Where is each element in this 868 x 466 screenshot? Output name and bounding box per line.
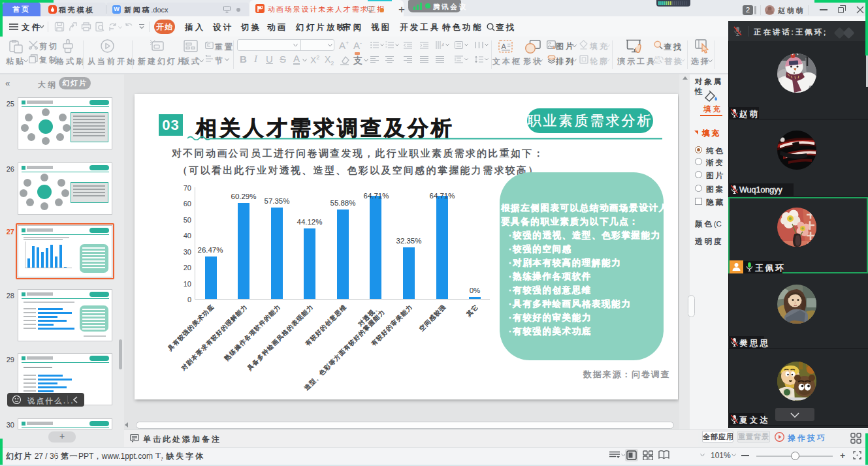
svg-text:A: A xyxy=(502,42,507,50)
svg-text:AB: AB xyxy=(654,55,660,60)
svg-text:A: A xyxy=(442,42,444,48)
svg-text:AC: AC xyxy=(654,60,660,65)
